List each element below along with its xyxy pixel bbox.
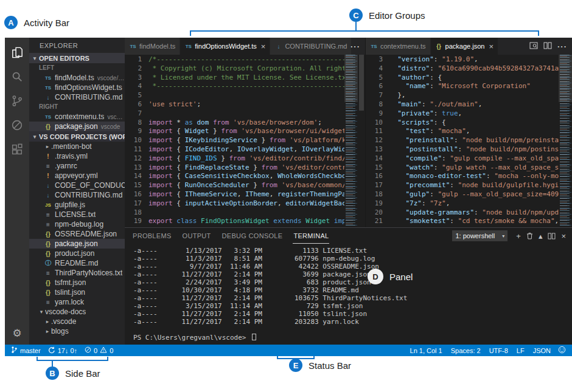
callout-label-side-bar: Side Bar [65,368,100,379]
open-editor-item[interactable]: TSfindOptionsWidget.tsvsco... [29,83,125,92]
status-item-json[interactable]: JSON [533,347,551,354]
source-control-icon[interactable] [5,89,29,113]
line-number: 14 [366,154,383,163]
git-branch-indicator[interactable]: master [11,346,41,355]
file-item[interactable]: !.travis.yml [29,151,125,161]
file-item[interactable]: ≡ThirdPartyNotices.txt [29,268,125,278]
debug-icon[interactable] [5,113,29,137]
tab-contextmenu.ts[interactable]: TScontextmenu.ts [366,38,431,55]
editor-left[interactable]: 1/*-------------------------------------… [125,55,365,227]
minimap-slider[interactable] [559,55,572,102]
folder-item[interactable]: ▸.mention-bot [29,142,125,151]
workspace-header[interactable]: ▾ VS CODE PROJECTS (WORKSPACE) [29,131,125,142]
file-item[interactable]: {}OSSREADME.json [29,229,125,239]
open-preview-icon[interactable] [529,41,538,52]
file-name: yarn.lock [55,298,84,306]
terminal[interactable]: -a---- 1/13/2017 3:32 PM 1133 LICENSE.tx… [125,244,572,345]
open-editor-item[interactable]: TSfindModel.tsvscode/src/vs/... [29,73,125,83]
sidebar-title: EXPLORER [29,38,125,53]
code-line: 1/*-------------------------------------… [125,55,344,64]
editor-right[interactable]: 3 "version": "1.19.0",4 "distro": "610ca… [366,55,572,227]
code-line: 14 "compile": "gulp compile --max_old_sp… [366,154,559,163]
split-editor-icon[interactable] [543,41,552,52]
file-path: vscode/src... [107,114,125,120]
folder-item[interactable]: ▾vscode-docs [29,307,125,317]
open-editor-item[interactable]: ↓CONTRIBUTING.mdvscode [29,92,125,102]
more-actions-icon[interactable]: ··· [557,42,567,51]
file-item[interactable]: {}tslint.json [29,287,125,297]
file-item[interactable]: ↓CONTRIBUTING.md [29,190,125,200]
extensions-icon[interactable] [5,137,29,162]
js-file-icon: JS [44,202,52,208]
activity-bar: ⚙ [5,38,29,345]
line-number: 20 [366,208,383,218]
file-name: OSSREADME.json [55,230,117,238]
file-item[interactable]: JSgulpfile.js [29,200,125,210]
folder-item[interactable]: ▸.vscode [29,317,125,326]
scrollbar-thumb[interactable] [359,55,364,111]
line-number: 6 [125,100,142,109]
sync-indicator[interactable]: 17↓ 0↑ [48,346,77,355]
file-item[interactable]: ≡LICENSE.txt [29,210,125,219]
json-file-icon: {} [44,280,52,286]
open-editor-item[interactable]: {}package.jsonvscode [29,122,125,131]
file-item[interactable]: ↓CODE_OF_CONDUCT.md [29,181,125,190]
file-item[interactable]: ≡npm-debug.log [29,219,125,229]
workspace-header-label: VS CODE PROJECTS (WORKSPACE) [39,133,125,140]
close-panel-icon[interactable]: × [561,232,566,240]
terminal-picker[interactable]: 1: powershell ▾ [452,230,507,241]
line-number: 11 [366,127,383,136]
file-item[interactable]: ⓘREADME.md [29,258,125,268]
file-item[interactable]: {}tsfmt.json [29,278,125,287]
tab-package.json[interactable]: {}package.json× [431,38,498,55]
open-editors-header[interactable]: ▾ OPEN EDITORS [29,53,125,63]
close-icon[interactable]: × [261,42,266,51]
code-line: 14import { CaseSensitiveCheckbox, WholeW… [125,172,344,181]
tab-CONTRIBUTING.md[interactable]: ↓CONTRIBUTING.md [270,38,352,55]
explorer-icon[interactable] [5,40,29,64]
callout-label-panel: Panel [389,272,413,282]
folder-item[interactable]: ▸blogs [29,326,125,336]
warnings-icon [100,346,107,354]
callout-label-status-bar: Status Bar [309,360,351,371]
file-name: .vscode [51,317,76,326]
new-terminal-icon[interactable]: + [516,232,521,240]
status-item-lf[interactable]: LF [517,347,525,354]
file-item[interactable]: ≡yarn.lock [29,297,125,307]
file-item[interactable]: ≡.yarnrc [29,161,125,171]
file-item[interactable]: {}product.json [29,249,125,258]
terminal-line: -a---- 1/13/2017 3:32 PM 1133 LICENSE.tx… [133,247,572,255]
split-panel-icon[interactable] [548,233,556,239]
file-item[interactable]: {}package.json [29,239,125,249]
scrollbar[interactable] [358,55,365,227]
panel-tab-debug-console[interactable]: DEBUG CONSOLE [221,228,284,244]
kill-terminal-icon[interactable] [526,232,533,239]
file-name: CODE_OF_CONDUCT.md [55,181,125,190]
tab-findOptionsWidget.ts[interactable]: TSfindOptionsWidget.ts× [180,38,270,55]
minimap[interactable] [559,55,572,227]
more-actions-icon[interactable]: ··· [351,42,360,51]
settings-gear-icon[interactable]: ⚙ [12,328,21,339]
status-item-utf-8[interactable]: UTF-8 [489,347,508,354]
close-icon[interactable]: × [489,42,494,51]
maximize-panel-icon[interactable]: ▴ [539,232,543,240]
minimap-slider[interactable] [344,55,358,102]
file-name: package.json [55,122,98,131]
open-editor-item[interactable]: TScontextmenu.tsvscode/src... [29,112,125,122]
search-icon[interactable] [5,64,29,89]
problems-indicator[interactable]: 0 0 [85,346,113,354]
code-line: 10 "scripts": { [366,119,559,128]
tab-findModel.ts[interactable]: TSfindModel.ts [125,38,180,55]
status-item-spaces-2[interactable]: Spaces: 2 [451,347,481,354]
feedback-smiley-icon[interactable] [558,346,566,355]
line-number: 5 [366,74,383,83]
chevron-right-icon: ▸ [44,143,51,150]
terminal-line: -a---- 11/3/2017 8:51 AM 607796 npm-debu… [133,255,572,263]
panel-tab-problems[interactable]: PROBLEMS [132,228,172,244]
minimap[interactable] [344,55,358,227]
file-item[interactable]: !appveyor.yml [29,171,125,181]
status-item-ln-1-col-1[interactable]: Ln 1, Col 1 [410,347,442,354]
panel-tab-output[interactable]: OUTPUT [182,228,212,244]
panel-tab-terminal[interactable]: TERMINAL [293,228,329,244]
tab-label: contextmenu.ts [380,43,426,50]
